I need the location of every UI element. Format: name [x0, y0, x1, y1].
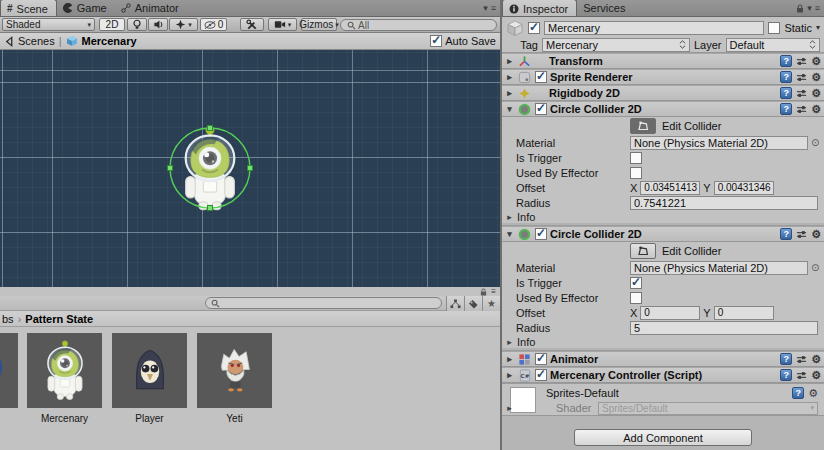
component-header-rigidbody2d[interactable]: ▸ Rigidbody 2D ? ⚙: [502, 85, 824, 101]
foldout-icon[interactable]: ▸: [505, 56, 514, 66]
tab-inspector[interactable]: Inspector: [502, 0, 577, 16]
gear-icon[interactable]: ⚙: [808, 388, 818, 399]
scene-effects-dropdown[interactable]: ▾: [169, 18, 198, 31]
scene-tools-button[interactable]: [240, 18, 264, 31]
scene-audio-button[interactable]: [148, 18, 168, 31]
search-by-label-button[interactable]: [464, 296, 482, 311]
gameobject-active-checkbox[interactable]: [528, 22, 540, 34]
static-dropdown-icon[interactable]: ▾: [816, 23, 820, 32]
breadcrumb-current-folder[interactable]: Pattern State: [25, 313, 93, 325]
lock-icon[interactable]: [796, 4, 804, 13]
asset-thumbnail-partial[interactable]: [0, 333, 18, 408]
component-enabled-checkbox[interactable]: [535, 353, 547, 365]
panel-menu-lines-icon[interactable]: ≡: [491, 3, 496, 13]
gameobject-name-field[interactable]: Mercenary: [544, 21, 764, 35]
object-picker-icon[interactable]: ⊙: [811, 262, 819, 273]
asset-label-player[interactable]: Player: [112, 413, 187, 424]
foldout-icon[interactable]: ▸: [505, 403, 514, 413]
scene-camera-dropdown[interactable]: ▾: [268, 18, 297, 31]
tab-game[interactable]: Game: [57, 0, 115, 16]
offset-x-field[interactable]: 0: [640, 306, 700, 320]
lock-icon[interactable]: [480, 288, 487, 296]
preset-icon[interactable]: [796, 104, 807, 115]
gear-icon[interactable]: ⚙: [811, 88, 821, 99]
asset-thumbnail-yeti[interactable]: [197, 333, 272, 408]
gear-icon[interactable]: ⚙: [811, 354, 821, 365]
scene-lighting-button[interactable]: [127, 18, 147, 31]
component-header-animator[interactable]: ▸ Animator ? ⚙: [502, 351, 824, 367]
scene-visibility-button[interactable]: 0: [200, 18, 227, 31]
static-checkbox[interactable]: [768, 22, 780, 34]
help-icon[interactable]: ?: [792, 387, 804, 399]
preset-icon[interactable]: [796, 229, 807, 240]
asset-thumbnail-player[interactable]: [112, 333, 187, 408]
foldout-icon[interactable]: ▾: [505, 104, 514, 114]
project-search-input[interactable]: [205, 297, 442, 309]
foldout-icon[interactable]: ▸: [505, 72, 514, 82]
help-icon[interactable]: ?: [780, 103, 792, 115]
gameobject-cube-icon[interactable]: [506, 19, 524, 37]
tab-scene[interactable]: # Scene: [0, 0, 57, 16]
info-foldout[interactable]: ▸ Info: [502, 210, 824, 223]
is-trigger-checkbox[interactable]: [630, 277, 642, 289]
preset-icon[interactable]: [796, 354, 807, 365]
preset-icon[interactable]: [796, 370, 807, 381]
auto-save-checkbox[interactable]: [430, 35, 442, 47]
help-icon[interactable]: ?: [780, 71, 792, 83]
preset-icon[interactable]: [796, 72, 807, 83]
asset-thumbnail-mercenary[interactable]: [27, 333, 102, 408]
component-header-circle-collider-1[interactable]: ▾ Circle Collider 2D ? ⚙: [502, 101, 824, 117]
offset-y-field[interactable]: 0: [714, 306, 774, 320]
panel-menu-icon[interactable]: ≡: [491, 287, 496, 296]
scene-viewport[interactable]: [0, 50, 500, 287]
component-enabled-checkbox[interactable]: [535, 103, 547, 115]
help-icon[interactable]: ?: [780, 228, 792, 240]
shading-mode-dropdown[interactable]: Shaded ▾: [2, 18, 95, 31]
component-header-mercenary-controller[interactable]: ▸ C# Mercenary Controller (Script) ? ⚙: [502, 367, 824, 383]
asset-label-mercenary[interactable]: Mercenary: [27, 413, 102, 424]
gizmos-dropdown[interactable]: Gizmos ▾: [301, 18, 337, 31]
tab-animator[interactable]: Animator: [115, 0, 187, 16]
asset-label-yeti[interactable]: Yeti: [197, 413, 272, 424]
object-picker-icon[interactable]: ⊙: [811, 137, 819, 148]
edit-collider-button[interactable]: [630, 118, 656, 134]
panel-menu-lines-icon[interactable]: ≡: [815, 3, 820, 13]
breadcrumb-current-scene[interactable]: Mercenary: [82, 35, 137, 47]
tag-dropdown[interactable]: Mercenary: [542, 38, 690, 52]
used-by-effector-checkbox[interactable]: [630, 167, 642, 179]
foldout-icon[interactable]: ▾: [505, 229, 514, 239]
component-enabled-checkbox[interactable]: [535, 228, 547, 240]
help-icon[interactable]: ?: [780, 353, 792, 365]
tab-services[interactable]: Services: [577, 0, 633, 16]
gear-icon[interactable]: ⚙: [811, 104, 821, 115]
panel-menu-icon[interactable]: ▾: [807, 3, 812, 13]
help-icon[interactable]: ?: [780, 369, 792, 381]
gear-icon[interactable]: ⚙: [811, 370, 821, 381]
scene-search-input[interactable]: All: [340, 19, 497, 31]
component-header-sprite-renderer[interactable]: ▸ Sprite Renderer ? ⚙: [502, 69, 824, 85]
component-enabled-checkbox[interactable]: [535, 369, 547, 381]
radius-field[interactable]: 5: [630, 321, 818, 335]
preset-icon[interactable]: [796, 56, 807, 67]
edit-collider-button[interactable]: [630, 243, 656, 259]
foldout-icon[interactable]: ▸: [505, 88, 514, 98]
is-trigger-checkbox[interactable]: [630, 152, 642, 164]
foldout-icon[interactable]: ▸: [505, 354, 514, 364]
info-foldout[interactable]: ▸ Info: [502, 335, 824, 348]
gear-icon[interactable]: ⚙: [811, 56, 821, 67]
component-header-circle-collider-2[interactable]: ▾ Circle Collider 2D ? ⚙: [502, 226, 824, 242]
breadcrumb-parent-folder[interactable]: bs: [2, 313, 14, 325]
help-icon[interactable]: ?: [780, 55, 792, 67]
material-object-field[interactable]: None (Physics Material 2D): [630, 136, 808, 150]
mode-2d-toggle[interactable]: 2D: [99, 18, 125, 31]
favorites-star-icon[interactable]: ★: [482, 296, 500, 311]
component-enabled-checkbox[interactable]: [535, 71, 547, 83]
auto-save-toggle[interactable]: Auto Save: [430, 35, 496, 47]
used-by-effector-checkbox[interactable]: [630, 292, 642, 304]
breadcrumb-scenes[interactable]: Scenes: [18, 35, 55, 47]
offset-x-field[interactable]: 0.03451413: [640, 181, 700, 195]
panel-menu-icon[interactable]: ▾: [483, 3, 488, 13]
search-by-type-button[interactable]: [446, 296, 464, 311]
gear-icon[interactable]: ⚙: [811, 72, 821, 83]
back-arrow-icon[interactable]: [4, 36, 14, 47]
